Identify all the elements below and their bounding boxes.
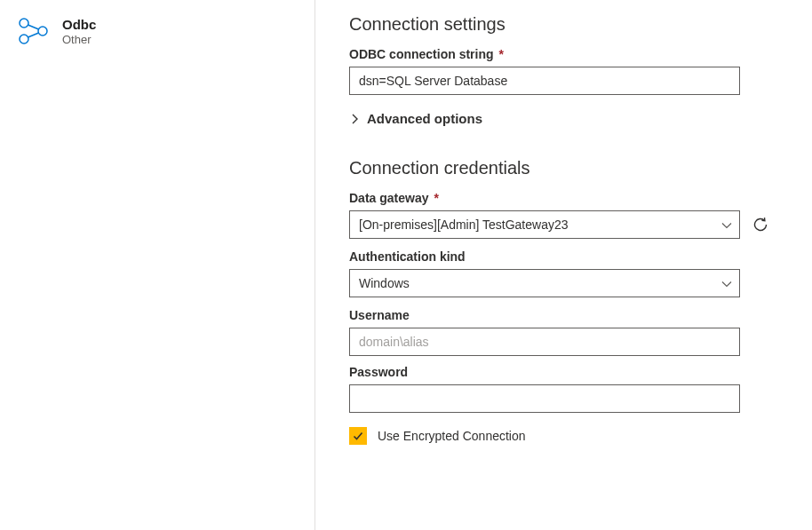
refresh-gateway-button[interactable] (751, 215, 770, 234)
required-asterisk: * (498, 47, 503, 61)
auth-kind-value: Windows (359, 276, 410, 290)
encrypted-connection-checkbox[interactable] (349, 427, 367, 445)
sidebar-meta: Odbc Other (62, 16, 96, 46)
odbc-icon (18, 16, 50, 48)
username-input[interactable] (349, 328, 740, 356)
connector-category: Other (62, 33, 96, 46)
chevron-right-icon (351, 114, 360, 124)
connection-string-label: ODBC connection string * (349, 47, 785, 61)
refresh-icon (752, 216, 769, 233)
main-panel: Connection settings ODBC connection stri… (315, 0, 812, 530)
auth-kind-label: Authentication kind (349, 249, 785, 264)
svg-point-1 (20, 35, 28, 44)
encrypted-connection-row: Use Encrypted Connection (349, 427, 785, 445)
username-label: Username (349, 308, 785, 322)
advanced-options-label: Advanced options (367, 111, 482, 126)
chevron-down-icon (721, 218, 732, 232)
data-gateway-value: [On-premises][Admin] TestGateway23 (359, 218, 569, 232)
auth-kind-select[interactable]: Windows (349, 269, 740, 297)
required-asterisk: * (434, 191, 438, 205)
username-field: Username (349, 308, 785, 356)
data-gateway-select[interactable]: [On-premises][Admin] TestGateway23 (349, 210, 740, 239)
svg-point-0 (20, 19, 28, 28)
check-icon (352, 430, 364, 442)
password-label: Password (349, 365, 785, 379)
connection-settings-heading: Connection settings (349, 14, 785, 35)
auth-kind-field: Authentication kind Windows (349, 249, 785, 297)
encrypted-connection-label: Use Encrypted Connection (378, 429, 526, 443)
password-input[interactable] (349, 384, 740, 413)
connection-string-field: ODBC connection string * (349, 47, 785, 95)
password-field: Password (349, 365, 785, 413)
sidebar: Odbc Other (0, 0, 315, 530)
connection-credentials-heading: Connection credentials (349, 158, 785, 178)
advanced-options-toggle[interactable]: Advanced options (349, 111, 785, 126)
svg-line-4 (28, 33, 39, 37)
data-gateway-label: Data gateway * (349, 191, 785, 205)
connector-title: Odbc (62, 17, 96, 32)
connection-string-input[interactable] (349, 67, 740, 95)
svg-point-2 (38, 27, 47, 36)
svg-line-3 (28, 25, 39, 29)
chevron-down-icon (721, 276, 732, 290)
data-gateway-field: Data gateway * [On-premises][Admin] Test… (349, 191, 785, 239)
